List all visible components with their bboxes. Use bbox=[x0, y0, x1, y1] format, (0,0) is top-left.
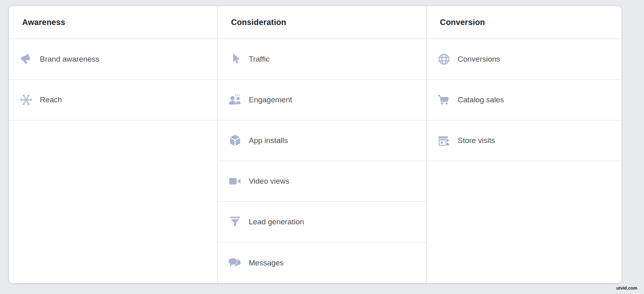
column-header-label: Consideration bbox=[231, 18, 286, 27]
objective-label: Conversions bbox=[458, 55, 500, 64]
empty-space bbox=[427, 161, 621, 283]
objective-lead-generation[interactable]: Lead generation bbox=[218, 202, 426, 242]
objective-traffic[interactable]: Traffic bbox=[218, 39, 426, 80]
objective-label: Brand awareness bbox=[40, 55, 99, 64]
cube-icon bbox=[228, 133, 242, 148]
objective-store-visits[interactable]: Store visits bbox=[427, 120, 621, 161]
reach-spokes-icon bbox=[19, 93, 33, 107]
chat-bubbles-icon bbox=[228, 256, 242, 270]
objective-reach[interactable]: Reach bbox=[9, 80, 217, 120]
column-conversion: Conversion Conversions bbox=[426, 6, 621, 283]
empty-space bbox=[9, 120, 217, 283]
column-header-conversion: Conversion bbox=[427, 6, 621, 39]
objective-catalog-sales[interactable]: Catalog sales bbox=[427, 80, 621, 120]
objective-label: Catalog sales bbox=[458, 95, 504, 104]
people-icon bbox=[228, 93, 242, 107]
objective-label: App installs bbox=[249, 136, 288, 145]
column-header-awareness: Awareness bbox=[9, 6, 217, 39]
objective-label: Lead generation bbox=[249, 217, 304, 226]
objective-label: Engagement bbox=[249, 95, 292, 104]
objective-app-installs[interactable]: App installs bbox=[218, 120, 426, 161]
cursor-icon bbox=[228, 52, 242, 66]
objective-messages[interactable]: Messages bbox=[218, 242, 426, 283]
globe-icon bbox=[437, 52, 451, 66]
objective-brand-awareness[interactable]: Brand awareness bbox=[9, 39, 217, 80]
column-header-label: Conversion bbox=[440, 18, 485, 27]
column-header-label: Awareness bbox=[22, 18, 65, 27]
objective-engagement[interactable]: Engagement bbox=[218, 80, 426, 120]
funnel-icon bbox=[228, 215, 242, 229]
objectives-card: Awareness Brand awareness bbox=[8, 6, 622, 284]
watermark: utvid.com bbox=[616, 286, 637, 290]
column-awareness: Awareness Brand awareness bbox=[9, 6, 217, 283]
objective-label: Video views bbox=[249, 177, 289, 186]
shopping-cart-icon bbox=[437, 93, 451, 107]
column-header-consideration: Consideration bbox=[218, 6, 426, 39]
objective-label: Store visits bbox=[458, 136, 495, 145]
video-camera-icon bbox=[228, 174, 242, 188]
column-consideration: Consideration Traffic bbox=[217, 6, 426, 283]
objective-label: Reach bbox=[40, 95, 62, 104]
objective-conversions[interactable]: Conversions bbox=[427, 39, 621, 80]
objective-label: Messages bbox=[249, 259, 284, 267]
megaphone-icon bbox=[19, 52, 33, 66]
storefront-icon bbox=[437, 133, 451, 148]
objective-video-views[interactable]: Video views bbox=[218, 161, 426, 202]
objective-label: Traffic bbox=[249, 55, 270, 64]
